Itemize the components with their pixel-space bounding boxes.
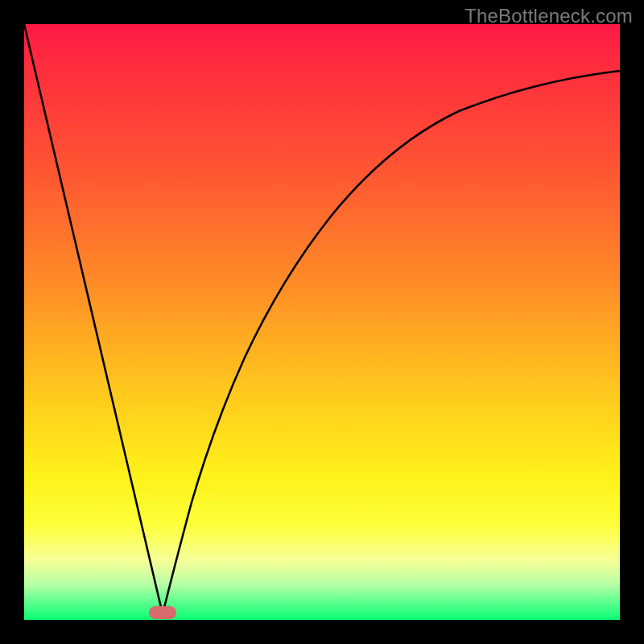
bottleneck-curve [24, 24, 620, 620]
minimum-marker [149, 606, 176, 619]
curve-right-branch [163, 71, 620, 614]
curve-left-branch [24, 24, 163, 614]
plot-area [24, 24, 620, 620]
chart-stage: TheBottleneck.com [0, 0, 644, 644]
